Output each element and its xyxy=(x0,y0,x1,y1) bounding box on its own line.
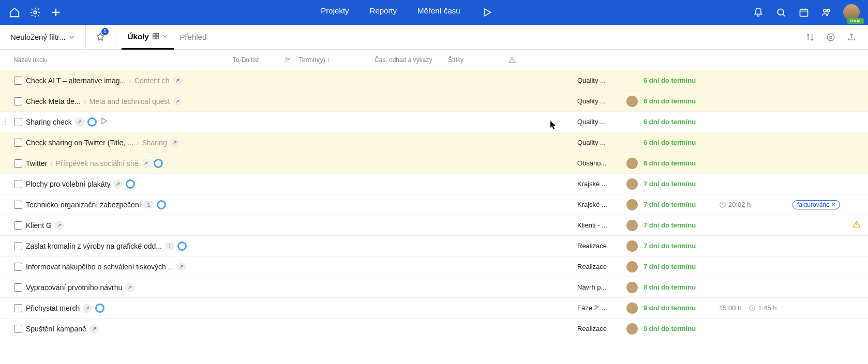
assignee-cell[interactable] xyxy=(621,178,643,190)
col-header-assignee[interactable] xyxy=(276,56,299,64)
status-ring-icon[interactable] xyxy=(154,159,163,168)
task-name-cell[interactable]: Twitter›Příspěvek na sociální sítě xyxy=(26,159,577,168)
task-name-cell[interactable]: Check Meta de...›Meta and technical ques… xyxy=(26,97,577,106)
row-checkbox[interactable] xyxy=(14,263,22,271)
external-link-icon[interactable] xyxy=(173,76,182,85)
task-name-cell[interactable]: Spuštění kampaně xyxy=(26,324,577,333)
row-checkbox[interactable] xyxy=(14,180,22,188)
tags-cell[interactable]: fakturováno × xyxy=(792,200,845,209)
col-header-todo[interactable]: To-Do list xyxy=(233,56,276,64)
term-cell[interactable]: 7 dní do termínu xyxy=(643,180,719,188)
gear-icon[interactable] xyxy=(29,6,41,19)
warning-icon[interactable] xyxy=(852,220,861,230)
assignee-cell[interactable] xyxy=(621,199,643,210)
task-row[interactable]: Check sharing on Twitter (Title, ...›Sha… xyxy=(0,132,868,153)
term-cell[interactable]: 8 dní do termínu xyxy=(643,283,719,291)
row-checkbox[interactable] xyxy=(14,325,22,333)
external-link-icon[interactable] xyxy=(89,324,99,333)
term-cell[interactable]: 6 dní do termínu xyxy=(643,159,719,167)
row-checkbox[interactable] xyxy=(14,97,22,105)
task-name-cell[interactable]: Klient G xyxy=(26,221,577,230)
external-link-icon[interactable] xyxy=(125,283,134,292)
tab-ukoly[interactable]: Úkoly xyxy=(122,25,174,50)
todo-cell[interactable]: Realizace xyxy=(577,242,621,250)
col-header-warn[interactable] xyxy=(501,56,523,64)
pin-button[interactable]: 1 xyxy=(85,25,115,50)
todo-cell[interactable]: Quality ... xyxy=(577,97,621,105)
assignee-cell[interactable] xyxy=(621,261,643,272)
assignee-cell[interactable] xyxy=(621,282,643,293)
row-checkbox[interactable] xyxy=(14,201,22,209)
drag-handle[interactable]: ⋮ xyxy=(0,118,10,126)
sort-icon[interactable] xyxy=(804,31,816,43)
term-cell[interactable]: 6 dní do termínu xyxy=(643,139,719,146)
tag[interactable]: fakturováno × xyxy=(792,200,840,209)
calendar-icon[interactable] xyxy=(798,6,810,19)
task-name-cell[interactable]: Vypracování prvotního návrhu xyxy=(26,283,577,292)
task-row[interactable]: Klient GKlienti - ...7 dní do termínu xyxy=(0,215,868,236)
todo-cell[interactable]: Quality ... xyxy=(577,118,621,126)
task-row[interactable]: Plochy pro volební plakátyKrajské ...7 d… xyxy=(0,174,868,194)
status-ring-icon[interactable] xyxy=(126,179,135,189)
task-name-cell[interactable]: Informovat nákupčího o schválení tiskový… xyxy=(26,262,577,271)
time-cell[interactable]: 20:02 h xyxy=(719,201,792,208)
row-checkbox[interactable] xyxy=(14,118,22,126)
term-cell[interactable]: 6 dní do termínu xyxy=(643,97,719,105)
task-row[interactable]: Spuštění kampaněRealizace9 dní do termín… xyxy=(0,318,868,339)
assignee-cell[interactable] xyxy=(621,220,643,231)
task-row[interactable]: ⋮Sharing checkQuality ...6 dní do termín… xyxy=(0,112,868,132)
external-link-icon[interactable] xyxy=(75,117,84,127)
assignee-cell[interactable] xyxy=(621,240,643,252)
status-ring-icon[interactable] xyxy=(95,304,104,313)
task-row[interactable]: Přichystat merchFáze 2: ...9 dní do term… xyxy=(0,298,868,318)
term-cell[interactable]: 7 dní do termínu xyxy=(643,201,719,208)
external-link-icon[interactable] xyxy=(141,159,151,168)
external-link-icon[interactable] xyxy=(83,304,92,313)
row-checkbox[interactable] xyxy=(14,139,22,147)
assignee-cell[interactable] xyxy=(621,302,643,314)
avatar[interactable]: TRIAL xyxy=(843,4,860,21)
task-name-cell[interactable]: Technicko-organizační zabezpečení1 xyxy=(26,200,577,209)
todo-cell[interactable]: Krajské ... xyxy=(577,180,621,188)
play-outline-icon[interactable] xyxy=(481,6,493,19)
task-name-cell[interactable]: Check ALT – alternative imag...›Content … xyxy=(26,76,577,85)
play-icon[interactable] xyxy=(100,117,108,127)
task-row[interactable]: Check Meta de...›Meta and technical ques… xyxy=(0,91,868,112)
task-name-cell[interactable]: Zaslat kromalín z výroby na grafické odd… xyxy=(26,241,577,251)
todo-cell[interactable]: Krajské ... xyxy=(577,201,621,208)
home-icon[interactable] xyxy=(8,6,21,19)
term-cell[interactable]: 7 dní do termínu xyxy=(643,221,719,229)
row-checkbox[interactable] xyxy=(14,77,22,85)
status-ring-icon[interactable] xyxy=(87,117,97,127)
col-header-name[interactable]: Název úkolu xyxy=(0,56,233,64)
task-row[interactable]: Technicko-organizační zabezpečení1Krajsk… xyxy=(0,194,868,215)
task-row[interactable]: Check ALT – alternative imag...›Content … xyxy=(0,70,868,91)
nav-reporty[interactable]: Reporty xyxy=(370,6,397,19)
row-checkbox[interactable] xyxy=(14,221,22,230)
term-cell[interactable]: 9 dní do termínu xyxy=(643,304,719,312)
search-icon[interactable] xyxy=(775,6,787,19)
task-row[interactable]: Twitter›Příspěvek na sociální sítěObsaho… xyxy=(0,153,868,174)
task-name-cell[interactable]: Plochy pro volební plakáty xyxy=(26,179,577,189)
col-header-time[interactable]: Čas. odhad a výkazy xyxy=(375,56,448,64)
term-cell[interactable]: 6 dní do termínu xyxy=(643,77,719,84)
todo-cell[interactable]: Obsaho... xyxy=(577,159,621,167)
term-cell[interactable]: 7 dní do termínu xyxy=(643,242,719,250)
row-checkbox[interactable] xyxy=(14,159,22,168)
row-checkbox[interactable] xyxy=(14,283,22,292)
people-icon[interactable] xyxy=(820,6,833,19)
task-row[interactable]: Informovat nákupčího o schválení tiskový… xyxy=(0,256,868,277)
row-checkbox[interactable] xyxy=(14,304,22,312)
plus-icon[interactable] xyxy=(50,6,62,19)
todo-cell[interactable]: Quality ... xyxy=(577,77,621,84)
col-header-tags[interactable]: Štítky xyxy=(448,56,501,64)
todo-cell[interactable]: Realizace xyxy=(577,325,621,332)
task-row[interactable]: Vypracování prvotního návrhuNávrh p...8 … xyxy=(0,277,868,298)
filter-name-dropdown[interactable]: Neuložený filtr... xyxy=(0,33,85,41)
external-link-icon[interactable] xyxy=(170,138,179,147)
external-link-icon[interactable] xyxy=(113,179,123,189)
settings-icon[interactable] xyxy=(825,31,837,43)
external-link-icon[interactable] xyxy=(177,262,186,271)
assignee-cell[interactable] xyxy=(621,323,643,335)
row-checkbox[interactable] xyxy=(14,242,22,250)
